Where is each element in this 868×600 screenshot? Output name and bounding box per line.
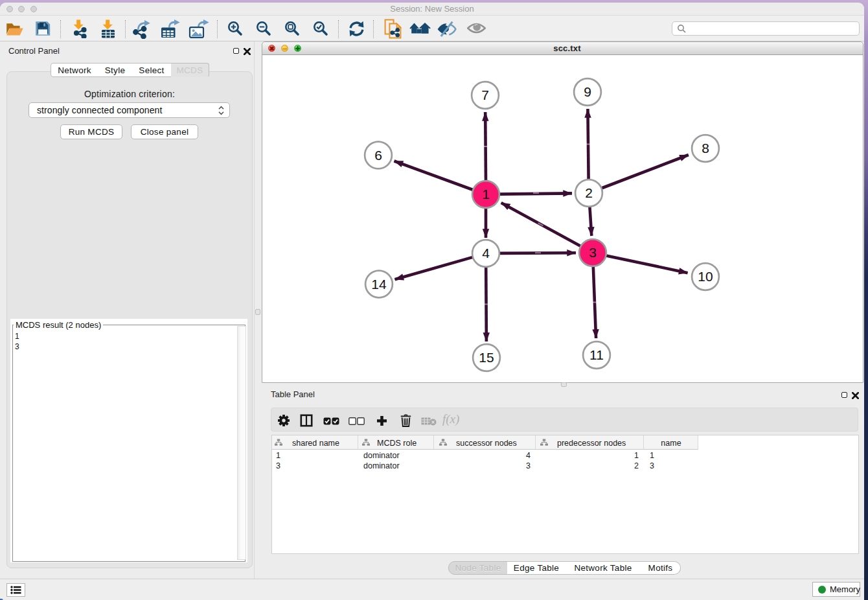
svg-text:14: 14 bbox=[371, 277, 387, 292]
svg-text:7: 7 bbox=[481, 87, 489, 102]
svg-text:3: 3 bbox=[589, 245, 597, 260]
svg-text:4: 4 bbox=[482, 246, 490, 260]
svg-text:10: 10 bbox=[698, 269, 713, 284]
svg-text:1: 1 bbox=[482, 187, 490, 202]
svg-text:8: 8 bbox=[702, 141, 709, 156]
svg-text:15: 15 bbox=[479, 350, 494, 365]
svg-text:9: 9 bbox=[584, 84, 591, 99]
svg-text:6: 6 bbox=[374, 148, 382, 163]
svg-text:2: 2 bbox=[585, 185, 593, 200]
svg-text:11: 11 bbox=[589, 347, 604, 362]
